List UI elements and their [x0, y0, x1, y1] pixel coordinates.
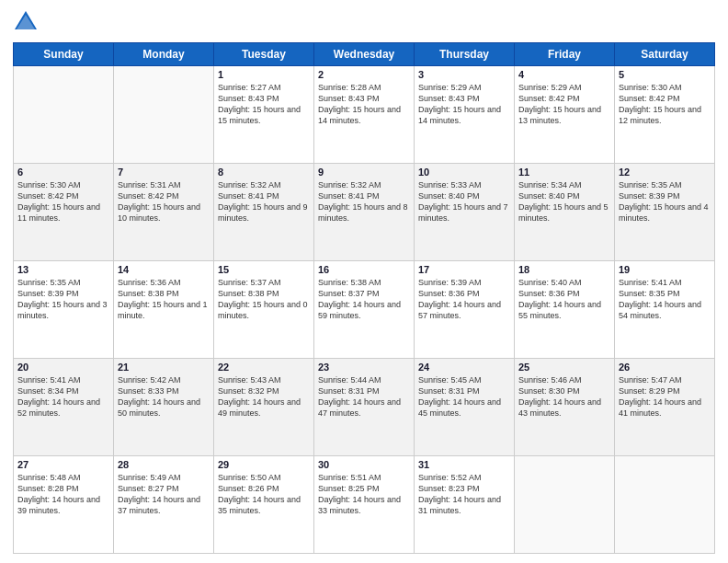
calendar-cell: 17Sunrise: 5:39 AMSunset: 8:36 PMDayligh… — [415, 261, 515, 359]
cell-info: Sunrise: 5:32 AMSunset: 8:41 PMDaylight:… — [318, 179, 410, 224]
calendar-cell: 5Sunrise: 5:30 AMSunset: 8:42 PMDaylight… — [615, 66, 715, 164]
day-number: 17 — [418, 264, 510, 275]
day-number: 8 — [218, 167, 310, 178]
day-number: 10 — [418, 167, 510, 178]
day-number: 11 — [518, 167, 610, 178]
cell-info: Sunrise: 5:52 AMSunset: 8:23 PMDaylight:… — [418, 472, 510, 517]
calendar-week-row: 13Sunrise: 5:35 AMSunset: 8:39 PMDayligh… — [14, 261, 715, 359]
calendar-cell: 11Sunrise: 5:34 AMSunset: 8:40 PMDayligh… — [515, 164, 615, 261]
calendar-cell: 4Sunrise: 5:29 AMSunset: 8:42 PMDaylight… — [515, 66, 615, 164]
cell-info: Sunrise: 5:29 AMSunset: 8:42 PMDaylight:… — [518, 82, 610, 127]
day-number: 13 — [17, 264, 109, 275]
day-number: 18 — [518, 264, 610, 275]
cell-info: Sunrise: 5:35 AMSunset: 8:39 PMDaylight:… — [17, 277, 109, 322]
calendar-cell — [515, 456, 615, 554]
cell-info: Sunrise: 5:30 AMSunset: 8:42 PMDaylight:… — [17, 179, 109, 224]
day-number: 25 — [518, 362, 610, 373]
cell-info: Sunrise: 5:48 AMSunset: 8:28 PMDaylight:… — [17, 472, 109, 517]
calendar-week-row: 20Sunrise: 5:41 AMSunset: 8:34 PMDayligh… — [14, 359, 715, 456]
calendar-cell: 27Sunrise: 5:48 AMSunset: 8:28 PMDayligh… — [14, 456, 114, 554]
calendar-cell — [615, 456, 715, 554]
calendar-cell: 12Sunrise: 5:35 AMSunset: 8:39 PMDayligh… — [615, 164, 715, 261]
day-number: 4 — [518, 69, 610, 80]
day-number: 3 — [418, 69, 510, 80]
calendar-cell: 29Sunrise: 5:50 AMSunset: 8:26 PMDayligh… — [214, 456, 314, 554]
weekday-header-monday: Monday — [114, 43, 214, 66]
logo-icon — [13, 9, 39, 35]
calendar-cell: 2Sunrise: 5:28 AMSunset: 8:43 PMDaylight… — [314, 66, 415, 164]
calendar-week-row: 1Sunrise: 5:27 AMSunset: 8:43 PMDaylight… — [14, 66, 715, 164]
cell-info: Sunrise: 5:44 AMSunset: 8:31 PMDaylight:… — [318, 374, 410, 419]
calendar-cell: 18Sunrise: 5:40 AMSunset: 8:36 PMDayligh… — [515, 261, 615, 359]
day-number: 7 — [118, 167, 210, 178]
day-number: 21 — [118, 362, 210, 373]
day-number: 9 — [318, 167, 410, 178]
day-number: 19 — [619, 264, 711, 275]
day-number: 2 — [318, 69, 410, 80]
calendar-cell: 8Sunrise: 5:32 AMSunset: 8:41 PMDaylight… — [214, 164, 314, 261]
cell-info: Sunrise: 5:31 AMSunset: 8:42 PMDaylight:… — [118, 179, 210, 224]
calendar-cell: 24Sunrise: 5:45 AMSunset: 8:31 PMDayligh… — [415, 359, 515, 456]
calendar-cell: 19Sunrise: 5:41 AMSunset: 8:35 PMDayligh… — [615, 261, 715, 359]
weekday-header-sunday: Sunday — [14, 43, 114, 66]
cell-info: Sunrise: 5:49 AMSunset: 8:27 PMDaylight:… — [118, 472, 210, 517]
logo — [13, 9, 42, 35]
day-number: 12 — [619, 167, 711, 178]
cell-info: Sunrise: 5:32 AMSunset: 8:41 PMDaylight:… — [218, 179, 310, 224]
calendar-cell — [14, 66, 114, 164]
cell-info: Sunrise: 5:43 AMSunset: 8:32 PMDaylight:… — [218, 374, 310, 419]
cell-info: Sunrise: 5:45 AMSunset: 8:31 PMDaylight:… — [418, 374, 510, 419]
calendar-cell: 23Sunrise: 5:44 AMSunset: 8:31 PMDayligh… — [314, 359, 415, 456]
day-number: 30 — [318, 459, 410, 470]
calendar-cell: 28Sunrise: 5:49 AMSunset: 8:27 PMDayligh… — [114, 456, 214, 554]
cell-info: Sunrise: 5:50 AMSunset: 8:26 PMDaylight:… — [218, 472, 310, 517]
calendar-cell: 6Sunrise: 5:30 AMSunset: 8:42 PMDaylight… — [14, 164, 114, 261]
day-number: 22 — [218, 362, 310, 373]
calendar-cell: 14Sunrise: 5:36 AMSunset: 8:38 PMDayligh… — [114, 261, 214, 359]
calendar-cell: 22Sunrise: 5:43 AMSunset: 8:32 PMDayligh… — [214, 359, 314, 456]
day-number: 31 — [418, 459, 510, 470]
cell-info: Sunrise: 5:41 AMSunset: 8:35 PMDaylight:… — [619, 277, 711, 322]
day-number: 23 — [318, 362, 410, 373]
day-number: 14 — [118, 264, 210, 275]
cell-info: Sunrise: 5:40 AMSunset: 8:36 PMDaylight:… — [518, 277, 610, 322]
calendar-cell: 16Sunrise: 5:38 AMSunset: 8:37 PMDayligh… — [314, 261, 415, 359]
cell-info: Sunrise: 5:27 AMSunset: 8:43 PMDaylight:… — [218, 82, 310, 127]
cell-info: Sunrise: 5:51 AMSunset: 8:25 PMDaylight:… — [318, 472, 410, 517]
day-number: 24 — [418, 362, 510, 373]
calendar-cell: 21Sunrise: 5:42 AMSunset: 8:33 PMDayligh… — [114, 359, 214, 456]
page: SundayMondayTuesdayWednesdayThursdayFrid… — [0, 0, 728, 563]
weekday-header-wednesday: Wednesday — [314, 43, 415, 66]
day-number: 29 — [218, 459, 310, 470]
weekday-header-friday: Friday — [515, 43, 615, 66]
day-number: 16 — [318, 264, 410, 275]
cell-info: Sunrise: 5:33 AMSunset: 8:40 PMDaylight:… — [418, 179, 510, 224]
day-number: 26 — [619, 362, 711, 373]
calendar-week-row: 6Sunrise: 5:30 AMSunset: 8:42 PMDaylight… — [14, 164, 715, 261]
cell-info: Sunrise: 5:47 AMSunset: 8:29 PMDaylight:… — [619, 374, 711, 419]
cell-info: Sunrise: 5:39 AMSunset: 8:36 PMDaylight:… — [418, 277, 510, 322]
cell-info: Sunrise: 5:41 AMSunset: 8:34 PMDaylight:… — [17, 374, 109, 419]
weekday-header-saturday: Saturday — [615, 43, 715, 66]
calendar-cell: 15Sunrise: 5:37 AMSunset: 8:38 PMDayligh… — [214, 261, 314, 359]
cell-info: Sunrise: 5:36 AMSunset: 8:38 PMDaylight:… — [118, 277, 210, 322]
cell-info: Sunrise: 5:42 AMSunset: 8:33 PMDaylight:… — [118, 374, 210, 419]
day-number: 28 — [118, 459, 210, 470]
day-number: 20 — [17, 362, 109, 373]
weekday-header-tuesday: Tuesday — [214, 43, 314, 66]
calendar-cell: 3Sunrise: 5:29 AMSunset: 8:43 PMDaylight… — [415, 66, 515, 164]
day-number: 15 — [218, 264, 310, 275]
calendar-cell: 10Sunrise: 5:33 AMSunset: 8:40 PMDayligh… — [415, 164, 515, 261]
cell-info: Sunrise: 5:29 AMSunset: 8:43 PMDaylight:… — [418, 82, 510, 127]
calendar-cell: 13Sunrise: 5:35 AMSunset: 8:39 PMDayligh… — [14, 261, 114, 359]
calendar-body: 1Sunrise: 5:27 AMSunset: 8:43 PMDaylight… — [14, 66, 715, 554]
calendar-cell: 1Sunrise: 5:27 AMSunset: 8:43 PMDaylight… — [214, 66, 314, 164]
calendar-cell — [114, 66, 214, 164]
cell-info: Sunrise: 5:46 AMSunset: 8:30 PMDaylight:… — [518, 374, 610, 419]
calendar-cell: 31Sunrise: 5:52 AMSunset: 8:23 PMDayligh… — [415, 456, 515, 554]
day-number: 27 — [17, 459, 109, 470]
calendar-cell: 26Sunrise: 5:47 AMSunset: 8:29 PMDayligh… — [615, 359, 715, 456]
cell-info: Sunrise: 5:37 AMSunset: 8:38 PMDaylight:… — [218, 277, 310, 322]
header — [13, 9, 715, 35]
calendar-cell: 7Sunrise: 5:31 AMSunset: 8:42 PMDaylight… — [114, 164, 214, 261]
